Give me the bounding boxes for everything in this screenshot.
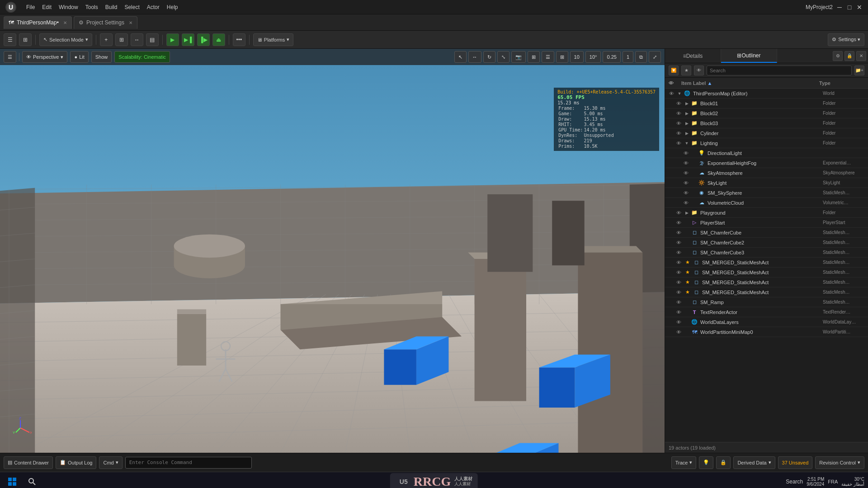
list-item[interactable]: 👁 ▼ 📁 Lighting Folder [665, 138, 868, 148]
menu-actor[interactable]: Actor [144, 3, 162, 11]
hamburger-btn[interactable]: ☰ [4, 33, 16, 46]
eye-icon[interactable]: 👁 [674, 218, 683, 228]
expand-icon[interactable]: ▶ [683, 128, 690, 138]
list-item[interactable]: 👁 🔆 SkyLight SkyLight [665, 178, 868, 188]
eye-icon[interactable]: 👁 [674, 267, 683, 277]
transform-btn[interactable]: ↔ [131, 33, 143, 46]
maximize-vp-btn[interactable]: ⤢ [649, 51, 661, 63]
pause-btn[interactable]: ▶▐ [182, 33, 194, 46]
create-folder-btn[interactable]: 📁+ [854, 66, 864, 75]
star-icon[interactable]: ★ [683, 267, 692, 277]
eye-icon[interactable]: 👁 [674, 228, 683, 238]
grid-size-btn[interactable]: 10 [570, 51, 584, 63]
snapping-options-btn[interactable]: ☰ [542, 51, 554, 63]
menu-tools[interactable]: Tools [83, 3, 101, 11]
list-item[interactable]: 👁 ▶ 📁 Block01 Folder [665, 99, 868, 108]
tab-settings-close[interactable]: ✕ [129, 20, 132, 25]
lock-btn[interactable]: 🔒 [716, 456, 731, 469]
list-item[interactable]: 👁 ◻ SM_ChamferCube3 StaticMesh… [665, 248, 868, 258]
eye-icon[interactable]: 👁 [674, 208, 683, 218]
taskbar-lang[interactable]: FRA [828, 479, 838, 484]
rotate-btn[interactable]: ↻ [483, 51, 495, 63]
list-item[interactable]: 👁 ☁ SkyAtmosphere SkyAtmosphere [665, 168, 868, 178]
camera-btn[interactable]: 📷 [511, 51, 526, 63]
list-item[interactable]: 👁 ▶ 📁 Cylinder Folder [665, 128, 868, 138]
eye-icon[interactable]: 👁 [681, 148, 690, 158]
outliner-search-input[interactable] [707, 66, 852, 75]
search-taskbar-btn[interactable] [24, 473, 41, 488]
scale-btn[interactable]: ⤡ [497, 51, 509, 63]
tab-details[interactable]: ≡ Details [665, 49, 721, 63]
layout-btn[interactable]: ⧉ [635, 51, 647, 63]
more-options-btn[interactable]: ••• [233, 33, 245, 46]
maximize-btn[interactable]: □ [846, 4, 853, 10]
platforms-btn[interactable]: 🖥 Platforms ▾ [253, 33, 293, 46]
content-drawer-btn[interactable]: ▤ Content Drawer [4, 456, 53, 469]
tab-map[interactable]: 🗺 ThirdPersonMap• ✕ [4, 16, 72, 29]
list-item[interactable]: 👁 ★ ◻ SM_MERGED_StaticMeshAct StaticMesh… [665, 267, 868, 277]
expand-icon[interactable]: ▼ [683, 138, 690, 148]
eye-icon[interactable]: 👁 [674, 258, 683, 267]
panel-close-btn[interactable]: ✕ [856, 51, 866, 61]
expand-icon[interactable] [690, 148, 698, 158]
eye-icon[interactable]: 👁 [674, 248, 683, 258]
star-icon[interactable]: ★ [683, 258, 692, 267]
cmd-btn[interactable]: Cmd ▾ [99, 456, 122, 469]
eye-icon[interactable]: 👁 [681, 188, 690, 198]
list-item[interactable]: 👁 T TextRenderActor TextRender… [665, 307, 868, 317]
start-btn[interactable] [4, 473, 21, 488]
expand-icon[interactable] [683, 238, 690, 248]
taskbar-app-ue5[interactable]: U5 [396, 474, 412, 488]
star-icon[interactable]: ★ [683, 277, 692, 287]
tab-settings[interactable]: ⚙ Project Settings ✕ [74, 16, 137, 29]
eye-icon[interactable]: 👁 [674, 297, 683, 307]
expand-icon[interactable] [683, 218, 690, 228]
bookmark-btn[interactable]: ⊞ [19, 33, 32, 46]
eye-icon[interactable]: 👁 [674, 108, 683, 118]
scalability-btn[interactable]: Scalability: Cinematic [114, 51, 170, 63]
expand-icon[interactable] [690, 158, 698, 168]
console-input[interactable] [125, 457, 252, 469]
eye-icon[interactable]: 👁 [674, 138, 683, 148]
list-item[interactable]: 👁 ★ ◻ SM_MERGED_StaticMeshAct StaticMesh… [665, 287, 868, 297]
eye-icon[interactable]: 👁 [674, 118, 683, 128]
eye-icon[interactable]: 👁 [674, 238, 683, 248]
eye-icon[interactable]: 👁 [667, 89, 676, 99]
list-item[interactable]: 👁 ▶ 📁 Block02 Folder [665, 108, 868, 118]
lit-btn[interactable]: ● Lit [70, 51, 88, 63]
panel-settings-btn[interactable]: ⚙ [833, 51, 843, 61]
eye-icon[interactable]: 👁 [681, 158, 690, 168]
hamburger-vp-btn[interactable]: ☰ [4, 51, 16, 63]
expand-icon[interactable] [683, 228, 690, 238]
eye-icon[interactable]: 👁 [674, 128, 683, 138]
list-item[interactable]: 👁 ▶ 📁 Playground Folder [665, 208, 868, 218]
menu-help[interactable]: Help [164, 3, 181, 11]
eye-icon[interactable]: 👁 [681, 178, 690, 188]
star-icon[interactable]: ★ [683, 287, 692, 297]
list-item[interactable]: 👁 ★ ◻ SM_MERGED_StaticMeshAct StaticMesh… [665, 258, 868, 267]
eye-icon[interactable]: 👁 [674, 327, 683, 337]
expand-icon[interactable] [690, 178, 698, 188]
insights-btn[interactable]: 💡 [699, 456, 713, 469]
eye-icon[interactable]: 👁 [674, 287, 683, 297]
expand-icon[interactable] [683, 297, 690, 307]
angle-btn[interactable]: 10° [585, 51, 601, 63]
tab-map-close[interactable]: ✕ [63, 20, 67, 25]
list-item[interactable]: 👁 💡 DirectionalLight [665, 148, 868, 158]
list-item[interactable]: 👁 ◉ SM_SkySphere StaticMesh… [665, 188, 868, 198]
viewport-type-btn[interactable]: ⊞ [556, 51, 568, 63]
filter-btn[interactable]: 🔽 [669, 66, 679, 75]
expand-icon[interactable]: ▶ [683, 108, 690, 118]
menu-edit[interactable]: Edit [39, 3, 54, 11]
scale-val-btn[interactable]: 0.25 [603, 51, 620, 63]
eye-icon[interactable]: 👁 [674, 307, 683, 317]
selection-mode-btn[interactable]: ↖ Selection Mode ▾ [39, 33, 92, 46]
eye-filter-btn[interactable]: 👁 [694, 66, 704, 75]
star-filter-btn[interactable]: ★ [681, 66, 691, 75]
expand-icon[interactable] [683, 248, 690, 258]
output-log-btn[interactable]: 📋 Output Log [56, 456, 96, 469]
add-content-btn[interactable]: + [100, 33, 113, 46]
list-item[interactable]: 👁 ▷ PlayerStart PlayerStart [665, 218, 868, 228]
expand-icon[interactable] [690, 198, 698, 208]
expand-icon[interactable] [690, 188, 698, 198]
